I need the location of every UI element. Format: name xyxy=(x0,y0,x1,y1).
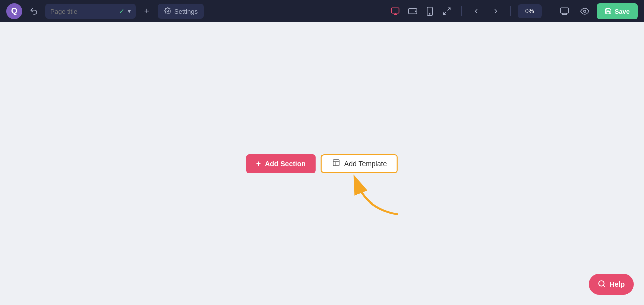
svg-rect-13 xyxy=(333,160,339,166)
add-page-button[interactable]: + xyxy=(140,4,154,18)
page-title-field[interactable]: ✓ ▾ xyxy=(45,4,136,19)
svg-line-18 xyxy=(603,285,605,287)
save-button[interactable]: Save xyxy=(597,3,638,19)
add-template-button[interactable]: Add Template xyxy=(321,154,398,173)
svg-rect-1 xyxy=(391,8,399,13)
undo-button[interactable] xyxy=(26,4,41,19)
template-icon xyxy=(332,159,340,168)
device-tablet-landscape-button[interactable] xyxy=(405,4,420,19)
arrow-annotation xyxy=(352,174,413,221)
svg-point-0 xyxy=(167,10,169,12)
canvas-area: + Add Section Add Template xyxy=(0,22,644,305)
page-title-input[interactable] xyxy=(50,8,116,15)
responsive-preview-button[interactable] xyxy=(556,3,573,19)
separator-3 xyxy=(549,6,549,16)
check-icon: ✓ xyxy=(119,7,125,15)
svg-rect-11 xyxy=(562,13,567,15)
chevron-down-icon[interactable]: ▾ xyxy=(128,8,131,15)
svg-point-12 xyxy=(583,10,586,13)
device-desktop-button[interactable] xyxy=(388,4,403,19)
navbar: Q ✓ ▾ + Settings xyxy=(0,0,644,22)
separator xyxy=(461,6,462,16)
svg-line-9 xyxy=(443,12,446,15)
help-button[interactable]: Help xyxy=(589,274,634,295)
separator-2 xyxy=(510,6,511,16)
zoom-level[interactable]: 0% xyxy=(518,4,542,18)
settings-label: Settings xyxy=(174,8,198,15)
forward-button[interactable] xyxy=(488,4,503,19)
device-fullscreen-button[interactable] xyxy=(439,4,454,19)
search-icon xyxy=(598,280,606,289)
device-tablet-portrait-button[interactable] xyxy=(422,4,437,19)
add-section-button[interactable]: + Add Section xyxy=(246,154,316,173)
svg-point-17 xyxy=(599,281,604,286)
logo[interactable]: Q xyxy=(6,3,22,19)
svg-line-8 xyxy=(447,8,450,10)
back-button[interactable] xyxy=(469,4,484,19)
device-selector xyxy=(388,4,454,19)
svg-rect-10 xyxy=(560,8,568,13)
preview-button[interactable] xyxy=(577,3,593,19)
settings-button[interactable]: Settings xyxy=(158,4,204,19)
svg-point-5 xyxy=(415,11,416,12)
canvas-action-buttons: + Add Section Add Template xyxy=(246,154,398,173)
gear-icon xyxy=(164,7,171,16)
save-icon xyxy=(605,8,612,15)
plus-icon: + xyxy=(256,159,261,168)
svg-point-7 xyxy=(429,14,430,15)
